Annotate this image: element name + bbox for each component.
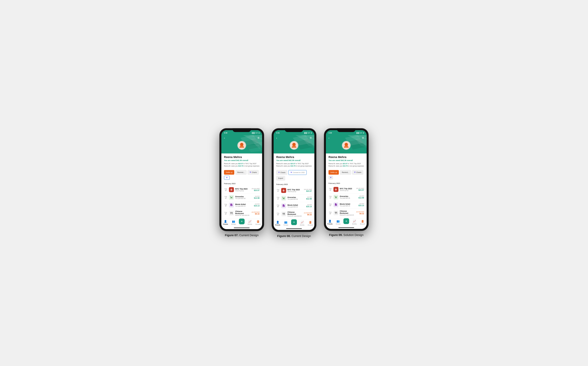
trans-info-07-2: Movie ticket You paid $30.25 xyxy=(235,203,253,207)
settings-btn-08[interactable]: ⚙ xyxy=(310,137,312,139)
phone-08: 4:31 ▐▐▐ WiFi ▮ xyxy=(272,128,316,232)
dropdown-btn-09[interactable] xyxy=(329,176,333,179)
nav-groups-07[interactable]: 👥 Groups xyxy=(229,220,238,225)
transaction-item-08-3[interactable]: Feb07 Chinese ResturantReena M. paid $18… xyxy=(276,210,312,218)
transactions-09: February 2023 Feb17 NYC Trip 2023Shared … xyxy=(326,181,367,218)
trans-icon-07-3 xyxy=(229,211,234,216)
charts-icon-08 xyxy=(278,172,280,173)
battery-icon-09: ▮ xyxy=(363,132,364,134)
avatar-08 xyxy=(289,141,299,150)
trans-amount-07-2: you lent $15.13 xyxy=(254,203,259,207)
phone-inner-07: 4:30 ▐▐▐ WiFi ▮ xyxy=(221,130,262,229)
trans-icon-07-0 xyxy=(229,187,234,192)
dropdown-blue-btn-07[interactable] xyxy=(224,176,230,180)
owed-amount-09: You are owed $42.36 overall xyxy=(329,159,364,161)
trans-date-07-0: Feb 17 xyxy=(224,188,228,191)
transaction-item-09-0[interactable]: Feb17 NYC Trip 2023Shared group you are … xyxy=(329,186,364,193)
phone-09: 4:30 ▐▐▐ WiFi ▮ xyxy=(324,128,369,231)
nav-friends-09[interactable]: 👤 Friends xyxy=(326,220,334,225)
transaction-item-07-2[interactable]: Feb 07 Movie ticket You paid $30.25 you … xyxy=(224,201,259,209)
back-btn-08[interactable]: ‹ xyxy=(276,137,277,139)
svg-point-10 xyxy=(257,221,259,222)
status-icons-07: ▐▐▐ WiFi ▮ xyxy=(252,132,259,134)
profile-section-08: Reena Mehra You are owed $42.36 overall … xyxy=(274,153,314,168)
add-plus-07[interactable]: + xyxy=(239,219,245,224)
signal-icon-07: ▐▐▐ xyxy=(252,132,255,134)
phone-inner-09: 4:30 ▐▐▐ WiFi ▮ xyxy=(326,130,367,229)
svg-point-8 xyxy=(240,143,243,146)
charts-btn-07[interactable]: Charts xyxy=(248,170,259,175)
account-avatar-07 xyxy=(256,220,260,223)
charts-btn-09[interactable]: Charts xyxy=(352,170,363,175)
charts-icon-09 xyxy=(354,172,356,173)
action-buttons-08: Charts Convert to USD Export xyxy=(274,168,314,182)
nav-add-07[interactable]: + xyxy=(238,220,246,225)
svg-point-26 xyxy=(345,143,348,146)
trans-info-07-1: Groceries You paid $25.95 xyxy=(235,196,253,199)
transaction-item-08-0[interactable]: Feb17 NYC Trip 2023Shared group you are … xyxy=(276,187,312,194)
settle-up-btn-07[interactable]: Settle up xyxy=(224,170,234,175)
nav-friends-08[interactable]: 👤 Friends xyxy=(274,221,282,226)
trans-icon-07-2 xyxy=(229,203,234,208)
header-bg-07: ‹ ⚙ xyxy=(221,135,262,153)
nav-activity-07[interactable]: 📈 Activity xyxy=(246,220,254,225)
figure-caption-07: Figure 07. Current Design xyxy=(225,234,259,237)
notch-07 xyxy=(233,128,251,132)
export-btn-08[interactable]: Export xyxy=(276,176,285,181)
trans-value-07-0: $23.57 xyxy=(252,189,259,191)
action-buttons-07: Settle up Remind... Charts xyxy=(221,168,262,181)
nav-groups-08[interactable]: 👥 Groups xyxy=(282,221,290,226)
nav-add-09[interactable]: + xyxy=(342,220,350,225)
nav-groups-09[interactable]: 👥 Groups xyxy=(334,220,342,225)
settings-btn-09[interactable]: ⚙ xyxy=(362,137,364,139)
notch-09 xyxy=(337,128,355,132)
charts-icon-07 xyxy=(249,172,251,173)
charts-btn-08[interactable]: Charts xyxy=(276,170,287,175)
nav-account-07[interactable]: Account xyxy=(254,220,262,225)
transactions-08: February 2023 Feb17 NYC Trip 2023Shared … xyxy=(274,182,314,220)
header-bg-09: ‹ ⚙ xyxy=(326,135,367,153)
detail-line1-pre-07: Reena M. owes you xyxy=(224,163,238,165)
trans-status-07-0: you are owed xyxy=(252,188,259,189)
nav-friends-07[interactable]: 👤 Friends xyxy=(221,220,229,225)
svg-point-19 xyxy=(310,221,311,223)
trans-amount-07-0: you are owed $23.57 xyxy=(252,188,259,191)
charts-label-07: Charts xyxy=(252,171,257,173)
figure-caption-suffix-07: Current Design xyxy=(239,234,259,237)
owed-detail-08: Reena M. owes you $23.57 in "NYC Trip 20… xyxy=(276,162,312,167)
settle-up-btn-09[interactable]: Settle up xyxy=(329,170,339,175)
trans-amount-07-1: you lent $12.98 xyxy=(254,196,259,199)
profile-section-07: Reena Mehra You are owed $42.36 overall … xyxy=(221,153,262,168)
nav-add-08[interactable]: + xyxy=(290,221,298,226)
nav-activity-08[interactable]: 📈 Activity xyxy=(298,221,306,226)
transaction-item-09-2[interactable]: Feb07 Movie ticketYou paid $30.25 you le… xyxy=(329,201,364,209)
back-btn-09[interactable]: ‹ xyxy=(329,137,329,139)
convert-btn-08[interactable]: Convert to USD xyxy=(288,170,307,175)
status-time-08: 4:31 xyxy=(276,132,280,134)
transaction-item-09-3[interactable]: Feb07 Chinese ResturantReena M. paid $18… xyxy=(329,209,364,217)
settings-btn-07[interactable]: ⚙ xyxy=(257,137,259,139)
remind-btn-09[interactable]: Remind... xyxy=(340,170,351,175)
nav-account-08[interactable]: Account xyxy=(306,221,314,226)
owed-amount-08: You are owed $42.36 overall xyxy=(276,159,312,161)
trans-date-07-1: Feb 17 xyxy=(224,196,228,199)
trans-date-07-3: Feb 07 xyxy=(224,212,228,215)
trans-info-07-3: Chinese Resturant Reena M. paid $18.65 xyxy=(235,210,250,216)
transaction-item-09-1[interactable]: Feb17 GroceriesYou paid $25.95 you lent$… xyxy=(329,193,364,201)
activity-icon-07: 📈 xyxy=(248,220,252,223)
back-btn-07[interactable]: ‹ xyxy=(224,137,225,139)
notch-08 xyxy=(285,128,303,132)
transaction-item-07-0[interactable]: Feb 17 NYC Trip 2023 Shared group you ar… xyxy=(224,186,259,194)
avatar-container-08 xyxy=(276,141,312,150)
transaction-item-07-1[interactable]: Feb 17 Groceries You paid $25.95 you len… xyxy=(224,194,259,201)
transaction-item-08-1[interactable]: Feb17 GroceriesYou paid $25.95 you lent$… xyxy=(276,194,312,202)
home-bar-07 xyxy=(234,228,249,228)
header-bg-08: ‹ ⚙ xyxy=(274,135,314,153)
nav-activity-09[interactable]: 📈 Activity xyxy=(350,220,358,225)
remind-btn-07[interactable]: Remind... xyxy=(235,170,247,175)
signal-icon-09: ▐▐▐ xyxy=(356,132,359,134)
transaction-item-08-2[interactable]: Feb07 Movie ticketYou paid $30.25 you le… xyxy=(276,202,312,210)
nav-account-09[interactable]: Account xyxy=(359,220,367,225)
transaction-item-07-3[interactable]: Feb 07 Chinese Resturant Reena M. paid $… xyxy=(224,209,259,217)
owed-amount-07: You are owed $42.36 overall xyxy=(224,159,259,161)
